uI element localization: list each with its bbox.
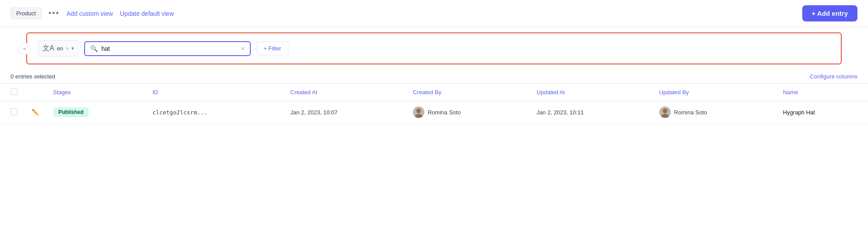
table-row: ✏️ Published clcetgo2lcsrm... Jan 2, 202…: [0, 101, 868, 124]
updated-by-header[interactable]: Updated By: [652, 84, 776, 101]
created-by-header[interactable]: Created By: [406, 84, 530, 101]
chevron-down-icon[interactable]: ▾: [71, 46, 74, 51]
search-box: 🔍 ×: [84, 41, 251, 56]
update-default-view-link[interactable]: Update default view: [120, 10, 174, 17]
table-header-row: 0 entries selected Configure columns: [0, 70, 868, 83]
created-at-header[interactable]: Created At: [283, 84, 406, 101]
row-id: clcetgo2lcsrm...: [153, 109, 207, 116]
add-custom-view-link[interactable]: Add custom view: [67, 10, 113, 17]
created-by-name: Romina Soto: [428, 109, 461, 116]
row-edit-cell: ✏️: [25, 101, 46, 124]
table-header: Stages ID Created At Created By Updated …: [0, 84, 868, 101]
updated-at-header[interactable]: Updated At: [530, 84, 652, 101]
row-checkbox-cell: [0, 101, 25, 124]
collapse-icon: «: [23, 46, 26, 51]
row-name: Hygraph Hat: [783, 109, 815, 116]
data-table: Stages ID Created At Created By Updated …: [0, 83, 868, 124]
row-checkbox[interactable]: [11, 108, 18, 115]
more-options-button[interactable]: •••: [49, 9, 60, 18]
svg-point-4: [663, 109, 667, 113]
filter-button[interactable]: + Filter: [256, 42, 288, 55]
updated-by-avatar-cell: Romina Soto: [659, 106, 769, 118]
row-name-cell: Hygraph Hat: [776, 101, 868, 124]
row-created-by-cell: Romina Soto: [406, 101, 530, 124]
data-table-wrapper: Stages ID Created At Created By Updated …: [0, 83, 868, 124]
select-all-header: [0, 84, 25, 101]
svg-point-1: [416, 109, 421, 113]
language-tag: en: [57, 45, 63, 52]
collapse-button[interactable]: «: [18, 43, 31, 55]
search-clear-button[interactable]: ×: [241, 45, 245, 52]
updated-by-name: Romina Soto: [674, 109, 707, 116]
row-created-at-cell: Jan 2, 2023, 10:07: [283, 101, 406, 124]
language-selector[interactable]: 文A en × ▾: [38, 40, 79, 57]
search-input[interactable]: [101, 45, 238, 52]
created-by-avatar-cell: Romina Soto: [413, 106, 523, 118]
search-icon: 🔍: [90, 45, 98, 52]
entries-selected-label: 0 entries selected: [11, 73, 55, 80]
row-stage-cell: Published: [46, 101, 146, 124]
toolbar-area: « 文A en × ▾ 🔍 × + Filter: [26, 32, 842, 64]
stages-header[interactable]: Stages: [46, 84, 146, 101]
updated-by-avatar: [659, 106, 671, 118]
select-all-checkbox[interactable]: [11, 88, 18, 95]
row-id-cell: clcetgo2lcsrm...: [146, 101, 284, 124]
row-updated-by-cell: Romina Soto: [652, 101, 776, 124]
stage-badge: Published: [53, 107, 89, 117]
language-close-button[interactable]: ×: [66, 46, 69, 52]
translate-icon: 文A: [43, 44, 54, 53]
edit-icon[interactable]: ✏️: [32, 109, 39, 116]
name-header[interactable]: Name: [776, 84, 868, 101]
add-entry-button[interactable]: + Add entry: [802, 5, 857, 21]
created-by-avatar: [413, 106, 424, 118]
actions-header: [25, 84, 46, 101]
product-tag[interactable]: Product: [11, 7, 42, 19]
top-bar: Product ••• Add custom view Update defau…: [0, 0, 868, 27]
id-header[interactable]: ID: [146, 84, 284, 101]
configure-columns-link[interactable]: Configure columns: [810, 73, 857, 80]
row-updated-at-cell: Jan 2, 2023, 10:11: [530, 101, 652, 124]
